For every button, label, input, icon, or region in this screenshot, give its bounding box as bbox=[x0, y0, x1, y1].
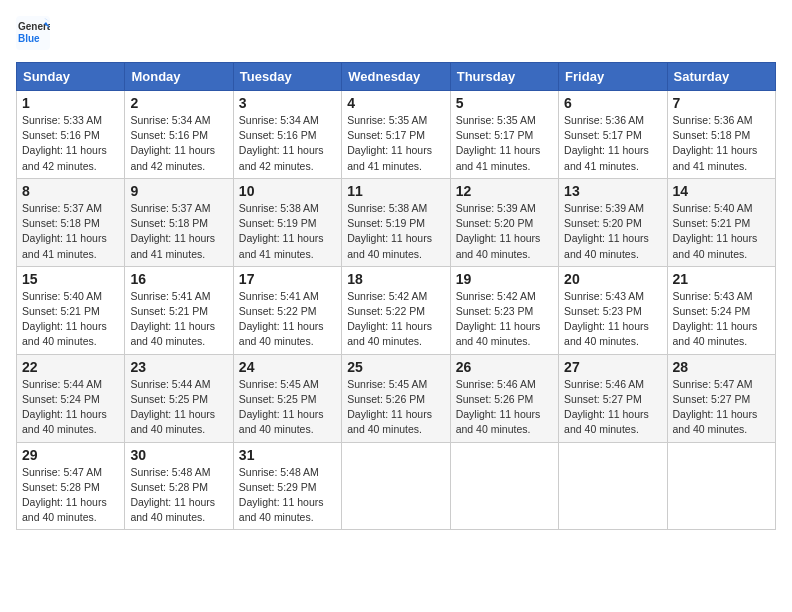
day-number: 15 bbox=[22, 271, 119, 287]
day-number: 23 bbox=[130, 359, 227, 375]
day-number: 24 bbox=[239, 359, 336, 375]
day-number: 6 bbox=[564, 95, 661, 111]
day-info: Sunrise: 5:38 AMSunset: 5:19 PMDaylight:… bbox=[347, 201, 444, 262]
calendar-cell: 16Sunrise: 5:41 AMSunset: 5:21 PMDayligh… bbox=[125, 266, 233, 354]
calendar-cell bbox=[667, 442, 775, 530]
day-number: 28 bbox=[673, 359, 770, 375]
svg-text:General: General bbox=[18, 21, 50, 32]
calendar-cell: 13Sunrise: 5:39 AMSunset: 5:20 PMDayligh… bbox=[559, 178, 667, 266]
calendar-cell: 28Sunrise: 5:47 AMSunset: 5:27 PMDayligh… bbox=[667, 354, 775, 442]
header-row: SundayMondayTuesdayWednesdayThursdayFrid… bbox=[17, 63, 776, 91]
day-info: Sunrise: 5:47 AMSunset: 5:28 PMDaylight:… bbox=[22, 465, 119, 526]
calendar-cell: 18Sunrise: 5:42 AMSunset: 5:22 PMDayligh… bbox=[342, 266, 450, 354]
logo: General Blue bbox=[16, 16, 50, 50]
calendar-cell: 11Sunrise: 5:38 AMSunset: 5:19 PMDayligh… bbox=[342, 178, 450, 266]
calendar-cell bbox=[450, 442, 558, 530]
day-number: 10 bbox=[239, 183, 336, 199]
day-info: Sunrise: 5:46 AMSunset: 5:26 PMDaylight:… bbox=[456, 377, 553, 438]
day-number: 27 bbox=[564, 359, 661, 375]
calendar-cell: 2Sunrise: 5:34 AMSunset: 5:16 PMDaylight… bbox=[125, 91, 233, 179]
calendar-cell: 15Sunrise: 5:40 AMSunset: 5:21 PMDayligh… bbox=[17, 266, 125, 354]
day-info: Sunrise: 5:40 AMSunset: 5:21 PMDaylight:… bbox=[22, 289, 119, 350]
day-info: Sunrise: 5:39 AMSunset: 5:20 PMDaylight:… bbox=[564, 201, 661, 262]
week-row-4: 22Sunrise: 5:44 AMSunset: 5:24 PMDayligh… bbox=[17, 354, 776, 442]
col-header-sunday: Sunday bbox=[17, 63, 125, 91]
day-info: Sunrise: 5:33 AMSunset: 5:16 PMDaylight:… bbox=[22, 113, 119, 174]
day-number: 26 bbox=[456, 359, 553, 375]
day-info: Sunrise: 5:47 AMSunset: 5:27 PMDaylight:… bbox=[673, 377, 770, 438]
calendar-cell: 3Sunrise: 5:34 AMSunset: 5:16 PMDaylight… bbox=[233, 91, 341, 179]
calendar-cell: 31Sunrise: 5:48 AMSunset: 5:29 PMDayligh… bbox=[233, 442, 341, 530]
day-number: 2 bbox=[130, 95, 227, 111]
calendar-cell: 27Sunrise: 5:46 AMSunset: 5:27 PMDayligh… bbox=[559, 354, 667, 442]
day-number: 8 bbox=[22, 183, 119, 199]
calendar-cell: 30Sunrise: 5:48 AMSunset: 5:28 PMDayligh… bbox=[125, 442, 233, 530]
day-info: Sunrise: 5:48 AMSunset: 5:29 PMDaylight:… bbox=[239, 465, 336, 526]
week-row-2: 8Sunrise: 5:37 AMSunset: 5:18 PMDaylight… bbox=[17, 178, 776, 266]
calendar-cell: 14Sunrise: 5:40 AMSunset: 5:21 PMDayligh… bbox=[667, 178, 775, 266]
calendar-cell bbox=[559, 442, 667, 530]
day-info: Sunrise: 5:34 AMSunset: 5:16 PMDaylight:… bbox=[130, 113, 227, 174]
day-number: 3 bbox=[239, 95, 336, 111]
week-row-5: 29Sunrise: 5:47 AMSunset: 5:28 PMDayligh… bbox=[17, 442, 776, 530]
col-header-monday: Monday bbox=[125, 63, 233, 91]
logo-svg: General Blue bbox=[16, 16, 50, 50]
calendar-cell: 17Sunrise: 5:41 AMSunset: 5:22 PMDayligh… bbox=[233, 266, 341, 354]
calendar-cell: 23Sunrise: 5:44 AMSunset: 5:25 PMDayligh… bbox=[125, 354, 233, 442]
day-info: Sunrise: 5:40 AMSunset: 5:21 PMDaylight:… bbox=[673, 201, 770, 262]
day-number: 31 bbox=[239, 447, 336, 463]
calendar-cell: 20Sunrise: 5:43 AMSunset: 5:23 PMDayligh… bbox=[559, 266, 667, 354]
day-number: 19 bbox=[456, 271, 553, 287]
day-number: 20 bbox=[564, 271, 661, 287]
day-number: 16 bbox=[130, 271, 227, 287]
col-header-wednesday: Wednesday bbox=[342, 63, 450, 91]
calendar-cell: 19Sunrise: 5:42 AMSunset: 5:23 PMDayligh… bbox=[450, 266, 558, 354]
day-info: Sunrise: 5:36 AMSunset: 5:18 PMDaylight:… bbox=[673, 113, 770, 174]
week-row-3: 15Sunrise: 5:40 AMSunset: 5:21 PMDayligh… bbox=[17, 266, 776, 354]
calendar-cell: 7Sunrise: 5:36 AMSunset: 5:18 PMDaylight… bbox=[667, 91, 775, 179]
page-header: General Blue bbox=[16, 16, 776, 50]
calendar-cell: 8Sunrise: 5:37 AMSunset: 5:18 PMDaylight… bbox=[17, 178, 125, 266]
col-header-tuesday: Tuesday bbox=[233, 63, 341, 91]
day-number: 25 bbox=[347, 359, 444, 375]
day-number: 22 bbox=[22, 359, 119, 375]
day-info: Sunrise: 5:37 AMSunset: 5:18 PMDaylight:… bbox=[22, 201, 119, 262]
day-info: Sunrise: 5:46 AMSunset: 5:27 PMDaylight:… bbox=[564, 377, 661, 438]
col-header-saturday: Saturday bbox=[667, 63, 775, 91]
day-info: Sunrise: 5:44 AMSunset: 5:25 PMDaylight:… bbox=[130, 377, 227, 438]
col-header-thursday: Thursday bbox=[450, 63, 558, 91]
day-info: Sunrise: 5:43 AMSunset: 5:23 PMDaylight:… bbox=[564, 289, 661, 350]
day-info: Sunrise: 5:35 AMSunset: 5:17 PMDaylight:… bbox=[456, 113, 553, 174]
calendar-cell bbox=[342, 442, 450, 530]
calendar-cell: 22Sunrise: 5:44 AMSunset: 5:24 PMDayligh… bbox=[17, 354, 125, 442]
day-number: 11 bbox=[347, 183, 444, 199]
day-number: 5 bbox=[456, 95, 553, 111]
day-info: Sunrise: 5:43 AMSunset: 5:24 PMDaylight:… bbox=[673, 289, 770, 350]
day-number: 12 bbox=[456, 183, 553, 199]
day-number: 9 bbox=[130, 183, 227, 199]
day-info: Sunrise: 5:41 AMSunset: 5:21 PMDaylight:… bbox=[130, 289, 227, 350]
day-number: 14 bbox=[673, 183, 770, 199]
day-info: Sunrise: 5:39 AMSunset: 5:20 PMDaylight:… bbox=[456, 201, 553, 262]
day-number: 21 bbox=[673, 271, 770, 287]
week-row-1: 1Sunrise: 5:33 AMSunset: 5:16 PMDaylight… bbox=[17, 91, 776, 179]
calendar-cell: 10Sunrise: 5:38 AMSunset: 5:19 PMDayligh… bbox=[233, 178, 341, 266]
day-number: 13 bbox=[564, 183, 661, 199]
day-info: Sunrise: 5:41 AMSunset: 5:22 PMDaylight:… bbox=[239, 289, 336, 350]
calendar-cell: 29Sunrise: 5:47 AMSunset: 5:28 PMDayligh… bbox=[17, 442, 125, 530]
calendar-cell: 24Sunrise: 5:45 AMSunset: 5:25 PMDayligh… bbox=[233, 354, 341, 442]
calendar-cell: 25Sunrise: 5:45 AMSunset: 5:26 PMDayligh… bbox=[342, 354, 450, 442]
calendar-cell: 26Sunrise: 5:46 AMSunset: 5:26 PMDayligh… bbox=[450, 354, 558, 442]
svg-text:Blue: Blue bbox=[18, 33, 40, 44]
day-info: Sunrise: 5:42 AMSunset: 5:22 PMDaylight:… bbox=[347, 289, 444, 350]
calendar-cell: 5Sunrise: 5:35 AMSunset: 5:17 PMDaylight… bbox=[450, 91, 558, 179]
day-number: 17 bbox=[239, 271, 336, 287]
day-info: Sunrise: 5:35 AMSunset: 5:17 PMDaylight:… bbox=[347, 113, 444, 174]
day-info: Sunrise: 5:45 AMSunset: 5:26 PMDaylight:… bbox=[347, 377, 444, 438]
day-number: 7 bbox=[673, 95, 770, 111]
calendar-cell: 6Sunrise: 5:36 AMSunset: 5:17 PMDaylight… bbox=[559, 91, 667, 179]
day-info: Sunrise: 5:36 AMSunset: 5:17 PMDaylight:… bbox=[564, 113, 661, 174]
day-number: 18 bbox=[347, 271, 444, 287]
day-info: Sunrise: 5:34 AMSunset: 5:16 PMDaylight:… bbox=[239, 113, 336, 174]
col-header-friday: Friday bbox=[559, 63, 667, 91]
